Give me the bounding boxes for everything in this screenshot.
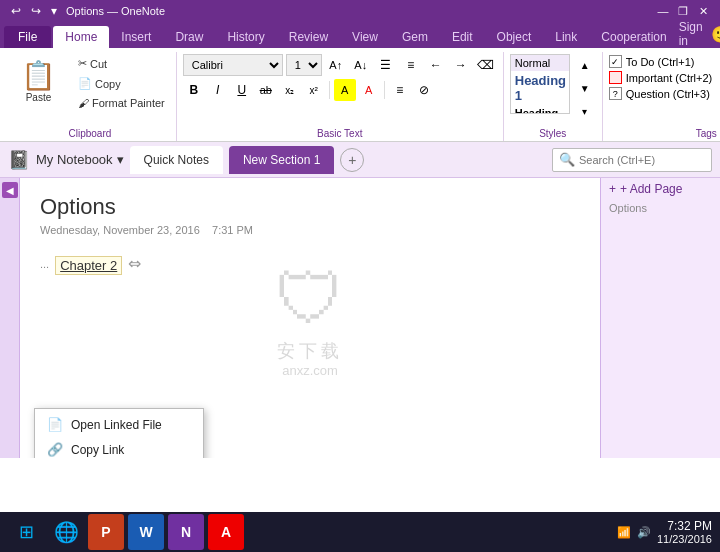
styles-selector[interactable]: Normal Heading 1 Heading 2 xyxy=(510,54,570,114)
notebook-name-button[interactable]: My Notebook ▾ xyxy=(36,152,124,167)
format-painter-button[interactable]: 🖌 Format Painter xyxy=(73,94,170,112)
tab-file[interactable]: File xyxy=(4,26,51,48)
page-title: Options xyxy=(40,194,580,220)
todo-tag-item[interactable]: ✓ To Do (Ctrl+1) xyxy=(609,54,713,69)
paste-button[interactable]: 📋 Paste xyxy=(10,54,67,104)
sign-in-link[interactable]: Sign in xyxy=(679,20,703,48)
tab-draw[interactable]: Draw xyxy=(163,26,215,48)
resize-handle[interactable]: ⇔ xyxy=(128,254,141,273)
numbered-list-button[interactable]: ≡ xyxy=(400,54,422,76)
linked-file-text[interactable]: Chapter 2 xyxy=(55,256,122,275)
close-button[interactable]: ✕ xyxy=(694,3,712,19)
italic-button[interactable]: I xyxy=(207,79,229,101)
decrease-font-button[interactable]: A↓ xyxy=(350,54,372,76)
styles-label: Styles xyxy=(510,126,596,141)
tab-link[interactable]: Link xyxy=(543,26,589,48)
tab-insert[interactable]: Insert xyxy=(109,26,163,48)
ctx-open-linked-file[interactable]: 📄 Open Linked File xyxy=(35,412,203,437)
bullet-list-button[interactable]: ☰ xyxy=(375,54,397,76)
watermark-domain: anxz.com xyxy=(275,363,345,378)
important-checkbox[interactable] xyxy=(609,71,622,84)
add-page-button[interactable]: + + Add Page xyxy=(601,178,720,200)
tab-review[interactable]: Review xyxy=(277,26,340,48)
question-checkbox[interactable]: ? xyxy=(609,87,622,100)
cut-icon: ✂ xyxy=(78,57,87,70)
ctx-copy-link[interactable]: 🔗 Copy Link xyxy=(35,437,203,458)
highlight-button[interactable]: A xyxy=(334,79,356,101)
window-controls: — ❐ ✕ xyxy=(654,3,712,19)
app-title: Options — OneNote xyxy=(66,5,165,17)
tab-view[interactable]: View xyxy=(340,26,390,48)
qa-dropdown[interactable]: ▾ xyxy=(48,2,60,20)
styles-expand-arrow[interactable]: ▾ xyxy=(574,100,596,122)
decrease-indent-button[interactable]: ← xyxy=(425,54,447,76)
tab-gem[interactable]: Gem xyxy=(390,26,440,48)
context-menu: 📄 Open Linked File 🔗 Copy Link ✏ Edit Li… xyxy=(34,408,204,458)
network-icon: 📶 xyxy=(617,526,631,539)
undo-button[interactable]: ↩ xyxy=(8,2,24,20)
styles-up-arrow[interactable]: ▲ xyxy=(574,54,596,76)
tab-home[interactable]: Home xyxy=(53,26,109,48)
clipboard-label: Clipboard xyxy=(10,126,170,141)
search-input[interactable] xyxy=(579,154,699,166)
question-tag-item[interactable]: ? Question (Ctrl+3) xyxy=(609,86,713,101)
tab-edit[interactable]: Edit xyxy=(440,26,485,48)
font-size-select[interactable]: 11 xyxy=(286,54,322,76)
tab-cooperation[interactable]: Cooperation xyxy=(589,26,678,48)
search-icon: 🔍 xyxy=(559,152,575,167)
increase-indent-button[interactable]: → xyxy=(450,54,472,76)
open-linked-file-icon: 📄 xyxy=(47,417,63,432)
taskbar-word-button[interactable]: W xyxy=(128,514,164,550)
linked-text-row: ... Chapter 2 ⇔ xyxy=(40,252,580,275)
basic-text-group: Calibri 11 A↑ A↓ ☰ ≡ ← → ⌫ B I U ab x₂ x… xyxy=(177,52,504,141)
maximize-button[interactable]: ❐ xyxy=(674,3,692,19)
taskbar-start-button[interactable]: ⊞ xyxy=(8,514,44,550)
copy-button[interactable]: 📄 Copy xyxy=(73,74,170,93)
clear-format-button[interactable]: ⌫ xyxy=(475,54,497,76)
taskbar-powerpoint-button[interactable]: P xyxy=(88,514,124,550)
todo-checkbox[interactable]: ✓ xyxy=(609,55,622,68)
increase-font-button[interactable]: A↑ xyxy=(325,54,347,76)
left-toolbar-button[interactable]: ◀ xyxy=(2,182,18,198)
expand-collapse-button[interactable]: ... xyxy=(40,258,49,270)
important-tag-item[interactable]: Important (Ctrl+2) xyxy=(609,70,713,85)
add-section-button[interactable]: + xyxy=(340,148,364,172)
watermark: 🛡 安下载 anxz.com xyxy=(275,259,345,378)
title-bar-left: ↩ ↪ ▾ Options — OneNote xyxy=(8,2,165,20)
clipboard-content: 📋 Paste ✂ Cut 📄 Copy 🖌 Format Painter xyxy=(10,52,170,126)
taskbar-acrobat-button[interactable]: A xyxy=(208,514,244,550)
smiley-icon: 🙂 xyxy=(711,25,720,44)
minimize-button[interactable]: — xyxy=(654,3,672,19)
strikethrough2-button[interactable]: ⊘ xyxy=(413,79,435,101)
font-row2: B I U ab x₂ x² A A ≡ ⊘ xyxy=(183,79,435,101)
styles-group: Normal Heading 1 Heading 2 ▲ ▼ ▾ Styles xyxy=(504,52,603,141)
font-name-select[interactable]: Calibri xyxy=(183,54,283,76)
notebook-icon: 📓 xyxy=(8,149,30,171)
cut-button[interactable]: ✂ Cut xyxy=(73,54,170,73)
taskbar-ie-button[interactable]: 🌐 xyxy=(48,514,84,550)
styles-down-arrow[interactable]: ▼ xyxy=(574,77,596,99)
strikethrough-button[interactable]: ab xyxy=(255,79,277,101)
panel-section-label: Options xyxy=(601,200,720,216)
redo-button[interactable]: ↪ xyxy=(28,2,44,20)
tab-object[interactable]: Object xyxy=(485,26,544,48)
left-toolbar: ◀ xyxy=(0,178,20,458)
taskbar-onenote-button[interactable]: N xyxy=(168,514,204,550)
search-box: 🔍 xyxy=(552,148,712,172)
subscript-button[interactable]: x₂ xyxy=(279,79,301,101)
tab-quick-notes[interactable]: Quick Notes xyxy=(130,146,223,174)
tags-label: Tags xyxy=(609,126,720,141)
tags-list: ✓ To Do (Ctrl+1) Important (Ctrl+2) ? Qu… xyxy=(609,54,713,101)
basic-text-label: Basic Text xyxy=(183,126,497,141)
copy-icon: 📄 xyxy=(78,77,92,90)
font-color-button[interactable]: A xyxy=(358,79,380,101)
bold-button[interactable]: B xyxy=(183,79,205,101)
tab-history[interactable]: History xyxy=(215,26,276,48)
content-area: Options Wednesday, November 23, 2016 7:3… xyxy=(20,178,600,458)
superscript-button[interactable]: x² xyxy=(303,79,325,101)
align-left-button[interactable]: ≡ xyxy=(389,79,411,101)
volume-icon: 🔊 xyxy=(637,526,651,539)
ribbon-tab-bar: File Home Insert Draw History Review Vie… xyxy=(0,22,720,48)
underline-button[interactable]: U xyxy=(231,79,253,101)
tab-new-section-1[interactable]: New Section 1 xyxy=(229,146,334,174)
